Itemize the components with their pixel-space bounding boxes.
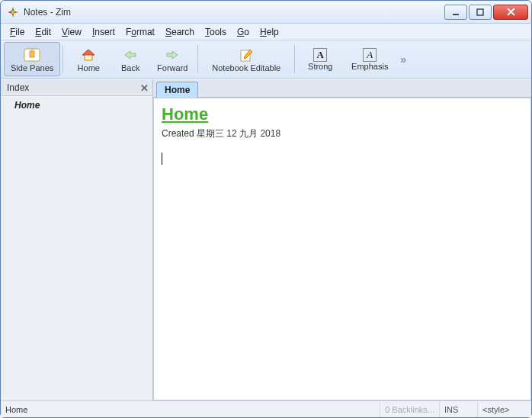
page-created-line: Created 星期三 12 九月 2018	[162, 127, 523, 140]
svg-rect-2	[477, 9, 483, 15]
window-controls	[444, 5, 528, 20]
back-button[interactable]: Back	[111, 42, 149, 76]
side-panes-icon	[24, 47, 40, 63]
side-panes-label: Side Panes	[11, 63, 53, 72]
forward-icon	[164, 47, 181, 63]
page-heading: Home	[162, 104, 523, 124]
app-window: Notes - Zim File Edit View Insert Format…	[0, 0, 532, 418]
side-panes-button[interactable]: Side Panes	[4, 42, 60, 76]
back-label: Back	[121, 63, 139, 72]
app-icon	[7, 6, 19, 18]
back-icon	[122, 47, 139, 63]
menu-help[interactable]: Help	[255, 25, 284, 39]
strong-button[interactable]: A Strong	[297, 42, 343, 76]
menu-view[interactable]: View	[57, 25, 86, 39]
emphasis-button[interactable]: A Emphasis	[343, 42, 396, 76]
emphasis-label: Emphasis	[351, 62, 388, 71]
svg-rect-1	[453, 14, 459, 15]
menu-tools[interactable]: Tools	[200, 25, 231, 39]
tab-home[interactable]: Home	[156, 82, 198, 98]
maximize-button[interactable]	[469, 5, 492, 20]
window-title: Notes - Zim	[24, 7, 444, 18]
toolbar: Side Panes Home Back Forward	[1, 40, 531, 79]
forward-label: Forward	[157, 63, 187, 72]
titlebar: Notes - Zim	[1, 1, 531, 24]
status-backlinks[interactable]: 0 Backlinks...	[380, 401, 440, 417]
menu-search[interactable]: Search	[161, 25, 199, 39]
index-tree[interactable]: Home	[1, 96, 152, 400]
edit-icon	[238, 47, 255, 63]
side-pane-title: Index	[7, 82, 29, 93]
toolbar-separator	[62, 45, 63, 73]
bold-icon: A	[313, 48, 327, 62]
editor-pane: Home Home Created 星期三 12 九月 2018	[153, 79, 531, 400]
toolbar-separator	[294, 45, 295, 73]
forward-button[interactable]: Forward	[149, 42, 195, 76]
statusbar: Home 0 Backlinks... INS <style>	[1, 400, 531, 417]
side-pane: Index ✕ Home	[1, 79, 153, 400]
close-icon[interactable]: ✕	[139, 82, 149, 93]
side-pane-header: Index ✕	[1, 79, 152, 96]
svg-point-0	[11, 11, 14, 14]
status-path: Home	[1, 401, 380, 417]
editor-body[interactable]	[162, 153, 523, 165]
home-icon	[80, 47, 97, 63]
menubar: File Edit View Insert Format Search Tool…	[1, 24, 531, 40]
status-style[interactable]: <style>	[478, 401, 531, 417]
notebook-editable-label: Notebook Editable	[212, 63, 280, 72]
home-button[interactable]: Home	[66, 42, 111, 76]
italic-icon: A	[363, 48, 377, 62]
menu-format[interactable]: Format	[121, 25, 159, 39]
menu-edit[interactable]: Edit	[30, 25, 56, 39]
text-cursor	[162, 153, 162, 165]
menu-insert[interactable]: Insert	[88, 25, 120, 39]
menu-file[interactable]: File	[5, 25, 29, 39]
status-ins[interactable]: INS	[440, 401, 478, 417]
content-area: Index ✕ Home Home Home Created 星期三 12 九月…	[1, 79, 531, 400]
close-button[interactable]	[493, 5, 528, 20]
minimize-button[interactable]	[444, 5, 467, 20]
toolbar-overflow-icon[interactable]: »	[396, 42, 410, 76]
toolbar-separator	[197, 45, 198, 73]
notebook-editable-button[interactable]: Notebook Editable	[200, 42, 292, 76]
svg-rect-4	[30, 51, 34, 57]
tabstrip: Home	[153, 79, 531, 98]
home-label: Home	[78, 63, 100, 72]
menu-go[interactable]: Go	[232, 25, 254, 39]
tree-item-home[interactable]: Home	[1, 98, 152, 113]
editor[interactable]: Home Created 星期三 12 九月 2018	[153, 98, 531, 400]
strong-label: Strong	[308, 62, 332, 71]
